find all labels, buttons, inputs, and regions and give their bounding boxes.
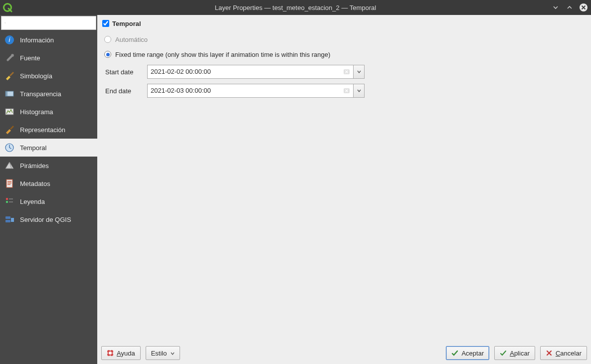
- sidebar-item-piramides[interactable]: Pirámides: [0, 157, 97, 175]
- start-date-input[interactable]: 2021-02-02 00:00:00: [147, 65, 354, 79]
- sidebar: i Información Fuente Simbología: [0, 15, 97, 364]
- sidebar-item-label: Leyenda: [20, 198, 45, 205]
- radio-fixed-range[interactable]: [104, 51, 111, 58]
- svg-rect-13: [5, 220, 10, 222]
- svg-rect-14: [11, 218, 14, 222]
- sidebar-item-leyenda[interactable]: Leyenda: [0, 192, 97, 210]
- apply-button[interactable]: Aplicar: [494, 346, 535, 360]
- start-date-dropdown[interactable]: [354, 65, 365, 79]
- cancel-button[interactable]: Cancelar: [540, 346, 587, 360]
- help-button[interactable]: Ayuda: [101, 346, 141, 360]
- clear-icon[interactable]: [343, 87, 350, 94]
- apply-icon: [500, 350, 507, 357]
- sidebar-item-label: Temporal: [20, 144, 46, 152]
- start-date-value: 2021-02-02 00:00:00: [151, 68, 211, 75]
- help-icon: [107, 350, 114, 357]
- wrench-icon: [4, 52, 15, 63]
- option-automatic: Automático: [100, 32, 586, 47]
- nav-list: i Información Fuente Simbología: [0, 31, 97, 228]
- option-fixed-range-label: Fixed time range (only show this layer i…: [115, 51, 330, 58]
- start-date-field[interactable]: 2021-02-02 00:00:00: [147, 65, 365, 79]
- titlebar: Layer Properties — test_meteo_estacion_2…: [0, 0, 591, 15]
- server-icon: [4, 214, 15, 225]
- maximize-button[interactable]: [565, 3, 574, 12]
- temporal-enabled-checkbox[interactable]: [102, 20, 109, 27]
- end-date-dropdown[interactable]: [354, 84, 365, 98]
- render-brush-icon: [4, 124, 15, 135]
- sidebar-item-label: Información: [20, 36, 54, 44]
- brush-icon: [4, 70, 15, 81]
- sidebar-item-label: Fuente: [20, 54, 40, 62]
- pyramid-icon: [4, 160, 15, 171]
- clear-icon[interactable]: [343, 68, 350, 75]
- sidebar-item-informacion[interactable]: i Información: [0, 31, 97, 49]
- search-field[interactable]: [9, 19, 93, 27]
- sidebar-item-fuente[interactable]: Fuente: [0, 49, 97, 67]
- svg-point-2: [4, 22, 5, 23]
- sidebar-item-metadatos[interactable]: Metadatos: [0, 175, 97, 192]
- svg-point-21: [109, 352, 112, 355]
- start-date-label: Start date: [103, 68, 146, 76]
- sidebar-item-label: Representación: [20, 126, 65, 134]
- sidebar-item-simbologia[interactable]: Simbología: [0, 67, 97, 85]
- svg-rect-9: [6, 180, 12, 187]
- cancel-button-label: Cancelar: [556, 350, 582, 357]
- apply-button-label: Aplicar: [510, 350, 530, 357]
- style-button-label: Estilo: [151, 350, 167, 357]
- search-icon: [4, 19, 6, 27]
- style-button[interactable]: Estilo: [146, 346, 181, 360]
- content-area: Temporal Automático Fixed time range (on…: [97, 15, 591, 364]
- qgis-icon: [2, 2, 13, 13]
- sidebar-item-label: Simbología: [20, 72, 52, 80]
- sidebar-item-label: Servidor de QGIS: [20, 216, 71, 223]
- end-date-input[interactable]: 2021-02-03 00:00:00: [147, 84, 354, 98]
- option-automatic-label: Automático: [115, 36, 148, 43]
- sidebar-item-temporal[interactable]: Temporal: [0, 139, 97, 157]
- chevron-down-icon: [357, 70, 361, 74]
- minimize-button[interactable]: [551, 3, 560, 12]
- end-date-label: End date: [103, 87, 146, 95]
- end-date-field[interactable]: 2021-02-03 00:00:00: [147, 84, 365, 98]
- ok-icon: [451, 350, 458, 357]
- chevron-down-icon: [357, 89, 361, 93]
- panel-header: Temporal: [100, 15, 586, 32]
- panel-title: Temporal: [112, 20, 141, 27]
- help-button-label: Ayuda: [117, 350, 135, 357]
- sidebar-item-transparencia[interactable]: Transparencia: [0, 85, 97, 103]
- window-title: Layer Properties — test_meteo_estacion_2…: [0, 4, 591, 11]
- svg-rect-12: [5, 216, 10, 219]
- svg-rect-11: [6, 201, 8, 203]
- info-icon: i: [4, 34, 15, 45]
- radio-automatic: [104, 36, 111, 43]
- histogram-icon: [4, 106, 15, 117]
- sidebar-item-label: Histograma: [20, 108, 53, 116]
- button-bar: Ayuda Estilo Aceptar Aplicar: [97, 342, 591, 364]
- ok-button[interactable]: Aceptar: [446, 346, 489, 360]
- legend-icon: [4, 196, 15, 207]
- option-fixed-range[interactable]: Fixed time range (only show this layer i…: [100, 47, 586, 62]
- svg-rect-6: [5, 91, 7, 96]
- transparency-icon: [4, 88, 15, 99]
- sidebar-item-servidor-qgis[interactable]: Servidor de QGIS: [0, 210, 97, 228]
- sidebar-item-label: Metadatos: [20, 180, 50, 187]
- cancel-icon: [546, 350, 553, 357]
- temporal-panel: Temporal Automático Fixed time range (on…: [97, 15, 591, 342]
- ok-button-label: Aceptar: [461, 350, 484, 357]
- sidebar-item-label: Pirámides: [20, 162, 49, 170]
- sidebar-item-label: Transparencia: [20, 90, 61, 98]
- sidebar-item-histograma[interactable]: Histograma: [0, 103, 97, 121]
- clock-icon: [4, 142, 15, 153]
- end-date-value: 2021-02-03 00:00:00: [151, 87, 211, 94]
- metadata-icon: [4, 178, 15, 189]
- svg-rect-10: [6, 198, 8, 200]
- chevron-down-icon: [171, 350, 175, 357]
- search-input[interactable]: [1, 16, 96, 30]
- sidebar-item-representacion[interactable]: Representación: [0, 121, 97, 139]
- close-button[interactable]: [579, 3, 588, 12]
